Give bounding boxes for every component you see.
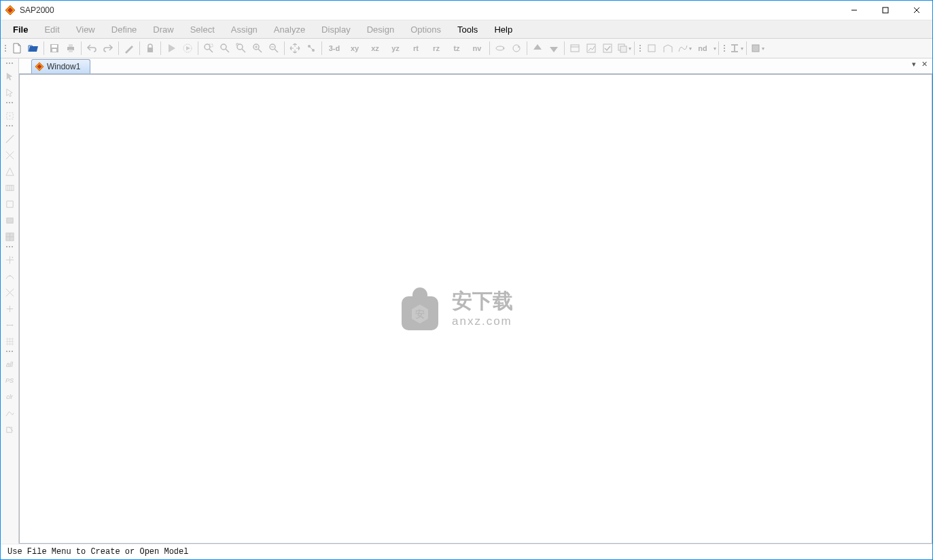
toolbar-separator-icon xyxy=(746,41,747,55)
frame-offsets-button[interactable]: ▾ xyxy=(676,40,692,56)
toolbar-grip-icon xyxy=(638,41,642,56)
draw-poly-area-button[interactable] xyxy=(2,196,17,212)
rotate-3d-button[interactable] xyxy=(492,40,508,56)
model-canvas[interactable]: 安 安下载 anxz.com xyxy=(19,74,932,544)
main-toolbar: 3-d xy xz yz rt rz tz nv ▾ ▾ nd▾ ▾ ▾ xyxy=(1,39,932,58)
named-sets-button[interactable]: ▾ xyxy=(616,40,632,56)
frame-sections-button[interactable] xyxy=(644,40,660,56)
svg-rect-77 xyxy=(6,427,12,432)
new-file-button[interactable] xyxy=(9,40,25,56)
view-nv-button[interactable]: nv xyxy=(467,40,487,56)
special-joint-button[interactable] xyxy=(2,107,17,124)
quick-secondary-beam-button[interactable] xyxy=(2,179,17,196)
print-button[interactable] xyxy=(63,40,79,56)
menu-define[interactable]: Define xyxy=(103,20,145,38)
view-xz-button[interactable]: xz xyxy=(365,40,385,56)
set-named-view-button[interactable] xyxy=(567,40,583,56)
run-analysis-button[interactable] xyxy=(163,40,179,56)
i-section-button[interactable]: ▾ xyxy=(728,40,744,56)
intersecting-line-select-button[interactable] xyxy=(2,405,17,421)
lock-button[interactable] xyxy=(142,40,158,56)
pointer-tool-button[interactable] xyxy=(2,68,17,84)
intersecting-area-select-button[interactable] xyxy=(2,421,17,438)
window-tab[interactable]: Window1 xyxy=(31,59,90,73)
view-tz-button[interactable]: tz xyxy=(446,40,467,56)
run-animation-button[interactable] xyxy=(179,40,196,56)
svg-rect-12 xyxy=(147,48,153,52)
select-all-button[interactable]: all xyxy=(2,356,17,372)
zoom-restore-button[interactable] xyxy=(217,40,233,56)
zoom-in-button[interactable] xyxy=(249,40,266,56)
undo-button[interactable] xyxy=(84,40,100,56)
nd-button[interactable]: nd xyxy=(692,40,713,56)
prev-selection-button[interactable]: PS xyxy=(2,372,17,389)
svg-line-24 xyxy=(258,49,262,52)
snap-joints-button[interactable] xyxy=(2,251,17,268)
save-button[interactable] xyxy=(46,40,63,56)
svg-point-70 xyxy=(12,324,13,326)
view-xy-button[interactable]: xy xyxy=(345,40,365,56)
box-section-button[interactable]: ▾ xyxy=(749,40,765,56)
window-tabstrip: Window1 ▾ ✕ xyxy=(19,58,932,74)
quick-brace-button[interactable] xyxy=(2,163,17,179)
set-display-options-button[interactable] xyxy=(599,40,616,56)
watermark-url: anxz.com xyxy=(452,315,554,328)
view-3d-button[interactable]: 3-d xyxy=(324,40,345,56)
menu-analyze[interactable]: Analyze xyxy=(266,20,313,38)
menu-tools[interactable]: Tools xyxy=(449,20,486,38)
snap-midpoints-button[interactable] xyxy=(2,268,17,284)
maximize-button[interactable] xyxy=(870,1,901,20)
svg-point-63 xyxy=(9,275,10,276)
perspective-button[interactable] xyxy=(508,40,525,56)
pan-button[interactable] xyxy=(287,40,303,56)
snap-perp-button[interactable] xyxy=(2,300,17,317)
menu-view[interactable]: View xyxy=(68,20,103,38)
draw-frame-button[interactable] xyxy=(2,130,17,147)
menu-options[interactable]: Options xyxy=(402,20,449,38)
quick-area-button[interactable] xyxy=(2,228,17,245)
status-text: Use File Menu to Create or Open Model xyxy=(7,547,188,557)
zoom-out-button[interactable] xyxy=(266,40,282,56)
menu-assign[interactable]: Assign xyxy=(223,20,266,38)
menu-file[interactable]: File xyxy=(5,20,36,38)
menu-select[interactable]: Select xyxy=(182,20,223,38)
svg-marker-13 xyxy=(169,44,175,52)
snap-intersect-button[interactable] xyxy=(2,284,17,300)
move-down-button[interactable] xyxy=(546,40,562,56)
snap-lines-button[interactable] xyxy=(2,317,17,333)
svg-rect-56 xyxy=(6,217,12,223)
quick-frame-button[interactable] xyxy=(2,147,17,163)
frame-releases-button[interactable] xyxy=(660,40,676,56)
svg-marker-37 xyxy=(550,47,558,52)
zoom-rubber-button[interactable] xyxy=(200,40,217,56)
clear-selection-button[interactable]: clr xyxy=(2,389,17,405)
statusbar: Use File Menu to Create or Open Model xyxy=(1,544,932,559)
toolbar-separator-icon xyxy=(284,41,285,55)
menu-help[interactable]: Help xyxy=(486,20,521,38)
move-up-button[interactable] xyxy=(529,40,546,56)
zoom-full-button[interactable] xyxy=(233,40,249,56)
close-button[interactable] xyxy=(901,1,932,20)
view-yz-button[interactable]: yz xyxy=(385,40,406,56)
titlebar: SAP2000 xyxy=(1,1,932,20)
redo-button[interactable] xyxy=(100,40,116,56)
svg-line-48 xyxy=(5,135,13,142)
object-shrink-button[interactable] xyxy=(583,40,599,56)
draw-button[interactable] xyxy=(121,40,137,56)
view-rz-button[interactable]: rz xyxy=(426,40,446,56)
menu-design[interactable]: Design xyxy=(359,20,402,38)
side-toolbar: all PS clr xyxy=(1,58,19,544)
open-file-button[interactable] xyxy=(25,40,41,56)
minimize-button[interactable] xyxy=(839,1,870,20)
snap-grid-button[interactable] xyxy=(2,333,17,349)
view-rt-button[interactable]: rt xyxy=(406,40,426,56)
menu-display[interactable]: Display xyxy=(313,20,359,38)
show-selection-button[interactable] xyxy=(303,40,319,56)
tab-dropdown-button[interactable]: ▾ xyxy=(910,60,918,69)
menu-edit[interactable]: Edit xyxy=(36,20,67,38)
draw-rect-area-button[interactable] xyxy=(2,212,17,228)
tab-close-button[interactable]: ✕ xyxy=(919,60,930,69)
toolbar-separator-icon xyxy=(634,41,635,55)
reshape-tool-button[interactable] xyxy=(2,84,17,101)
menu-draw[interactable]: Draw xyxy=(145,20,181,38)
